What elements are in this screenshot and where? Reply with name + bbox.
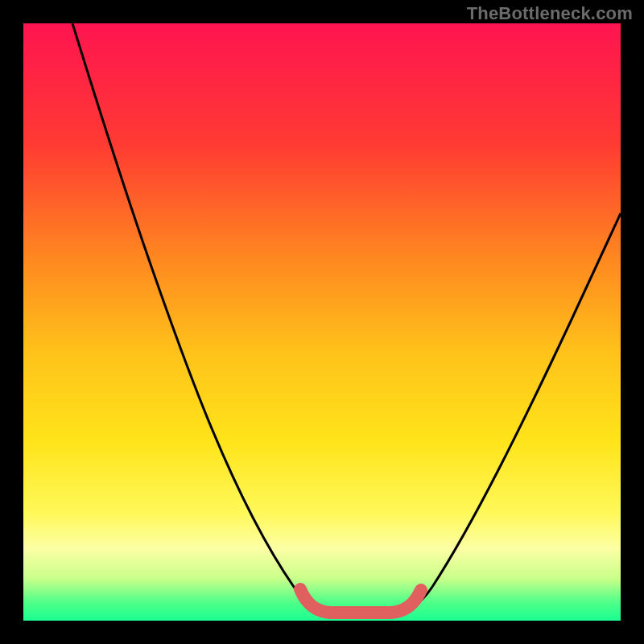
chart-frame: TheBottleneck.com [0, 0, 644, 644]
chart-svg [23, 23, 621, 621]
gradient-background [23, 23, 621, 621]
watermark-label: TheBottleneck.com [467, 3, 633, 24]
plot-area [23, 23, 621, 621]
